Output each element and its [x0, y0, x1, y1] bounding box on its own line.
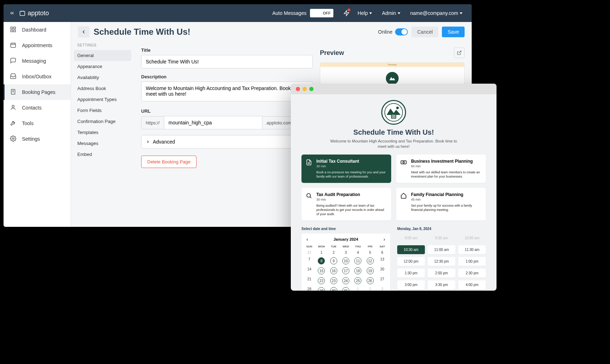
calendar-day[interactable]: 21	[304, 276, 315, 285]
close-icon[interactable]	[296, 87, 300, 91]
user-menu[interactable]: name@company.com	[405, 10, 467, 16]
settings-item-embed[interactable]: Embed	[74, 149, 131, 160]
time-slot[interactable]: 2:00 pm	[428, 269, 455, 278]
calendar-day[interactable]: 14	[304, 266, 315, 275]
calendar-day[interactable]: 4	[352, 250, 364, 256]
calendar-day[interactable]: 23	[328, 276, 339, 285]
time-slot[interactable]: 12:30 pm	[428, 257, 455, 266]
calendar-day[interactable]: 1	[316, 250, 327, 256]
time-slot[interactable]: 11:00 am	[428, 245, 455, 254]
calendar-day[interactable]: 30	[328, 286, 339, 291]
calendar-day[interactable]: 6	[377, 250, 388, 256]
appointment-type-card[interactable]: Initial Tax Consultant30 minBook a no-pr…	[301, 155, 391, 183]
time-slot[interactable]: 3:00 pm	[397, 280, 425, 289]
calendar-day[interactable]: 12	[364, 256, 376, 265]
time-slot[interactable]: 1:30 pm	[397, 269, 425, 278]
cancel-button[interactable]: Cancel	[411, 27, 438, 37]
minimize-icon[interactable]	[303, 87, 307, 91]
calendar-day[interactable]: 11	[352, 256, 364, 265]
page-icon	[10, 89, 17, 96]
sidebar-item-inbox-outbox[interactable]: Inbox/Outbox	[4, 69, 71, 84]
calendar-day[interactable]: 31	[340, 286, 351, 291]
sidebar-item-settings[interactable]: Settings	[4, 131, 71, 147]
help-menu[interactable]: Help	[353, 10, 377, 16]
title-input[interactable]	[141, 55, 313, 68]
calendar-day[interactable]: 8	[316, 256, 327, 265]
prev-month-button[interactable]: ‹	[305, 236, 310, 242]
advanced-label: Advanced	[153, 139, 175, 145]
settings-item-appointment-types[interactable]: Appointment Types	[74, 94, 131, 105]
settings-item-templates[interactable]: Templates	[74, 127, 131, 138]
settings-item-address-book[interactable]: Address Book	[74, 83, 131, 94]
lightning-icon[interactable]	[340, 7, 353, 19]
time-slot[interactable]: 2:30 pm	[458, 269, 486, 278]
inbox-icon	[10, 73, 17, 80]
calendar-day[interactable]: 25	[352, 276, 364, 285]
maximize-icon[interactable]	[309, 87, 314, 91]
auto-messages-switch[interactable]: OFF	[310, 9, 333, 17]
sidebar-item-appointments[interactable]: Appointments	[4, 38, 71, 53]
appointment-type-card[interactable]: Family Financial Planning45 minSet your …	[396, 188, 486, 220]
svg-rect-18	[392, 116, 396, 117]
main-sidebar: DashboardAppointmentsMessagingInbox/Outb…	[4, 22, 71, 227]
calendar-day[interactable]: 27	[377, 276, 388, 285]
description-input[interactable]	[141, 82, 313, 101]
url-slug-input[interactable]	[164, 116, 262, 129]
sidebar-item-contacts[interactable]: Contacts	[4, 100, 71, 116]
calendar-day[interactable]: 20	[377, 266, 388, 275]
calendar-day[interactable]: 22	[316, 276, 327, 285]
calendar-day[interactable]: 3	[340, 250, 351, 256]
settings-heading: SETTINGS	[74, 43, 131, 50]
chevron-down-icon	[398, 12, 400, 14]
next-month-button[interactable]: ›	[382, 236, 387, 242]
appointment-type-card[interactable]: Business Investment Planning60 minMeet w…	[396, 155, 486, 183]
settings-item-confirmation-page[interactable]: Confirmation Page	[74, 116, 131, 127]
save-button[interactable]: Save	[442, 27, 465, 37]
calendar-day[interactable]: 5	[364, 250, 376, 256]
chevron-right-icon	[146, 140, 150, 144]
advanced-toggle[interactable]: Advanced	[141, 135, 313, 149]
open-preview-button[interactable]	[454, 47, 465, 58]
time-slot[interactable]: 3:30 pm	[428, 280, 455, 289]
calendar-day[interactable]: 18	[352, 266, 364, 275]
settings-item-general[interactable]: General	[74, 50, 131, 61]
calendar-day[interactable]: 28	[304, 286, 315, 291]
time-slot[interactable]: 4:00 pm	[458, 280, 486, 289]
back-button[interactable]	[78, 26, 89, 38]
time-slot[interactable]: 12:00 pm	[397, 257, 425, 266]
svg-rect-6	[11, 43, 16, 47]
appointment-type-card[interactable]: Tax Audit Preparation30 minBeing audited…	[301, 188, 391, 220]
time-slot[interactable]: 10:30 am	[397, 245, 425, 254]
settings-item-form-fields[interactable]: Form Fields	[74, 105, 131, 116]
calendar-day[interactable]: 24	[340, 276, 351, 285]
calendar-day[interactable]: 13	[377, 256, 388, 265]
sidebar-collapse-button[interactable]	[8, 9, 16, 17]
sidebar-item-booking-pages[interactable]: Booking Pages	[4, 84, 71, 100]
delete-booking-page-button[interactable]: Delete Booking Page	[141, 156, 196, 168]
settings-item-availability[interactable]: Availability	[74, 72, 131, 83]
online-switch[interactable]	[395, 28, 408, 35]
calendar-day[interactable]: 16	[328, 266, 339, 275]
calendar-day[interactable]: 2	[328, 250, 339, 256]
time-slot: 9:30 am	[428, 234, 455, 242]
time-slot[interactable]: 11:30 am	[458, 245, 486, 254]
calendar-day[interactable]: 26	[364, 276, 376, 285]
calendar-day[interactable]: 17	[340, 266, 351, 275]
settings-item-messages[interactable]: Messages	[74, 138, 131, 149]
calendar-day[interactable]: 10	[340, 256, 351, 265]
sidebar-item-messaging[interactable]: Messaging	[4, 53, 71, 69]
calendar-day[interactable]: 9	[328, 256, 339, 265]
calendar-day[interactable]: 19	[364, 266, 376, 275]
calendar-day[interactable]: 29	[316, 286, 327, 291]
time-slot[interactable]: 1:00 pm	[458, 257, 486, 266]
sidebar-item-label: Messaging	[22, 58, 46, 64]
settings-item-appearance[interactable]: Appearance	[74, 61, 131, 72]
calendar-day[interactable]: 15	[316, 266, 327, 275]
admin-menu[interactable]: Admin	[377, 10, 405, 16]
calendar-day[interactable]: 7	[304, 256, 315, 265]
selected-date-label: Monday, Jan 8, 2024	[397, 227, 486, 231]
sidebar-item-tools[interactable]: Tools	[4, 116, 71, 131]
sidebar-item-dashboard[interactable]: Dashboard	[4, 22, 71, 38]
appointment-title: Family Financial Planning	[411, 192, 482, 197]
url-prefix: https://	[141, 116, 164, 129]
